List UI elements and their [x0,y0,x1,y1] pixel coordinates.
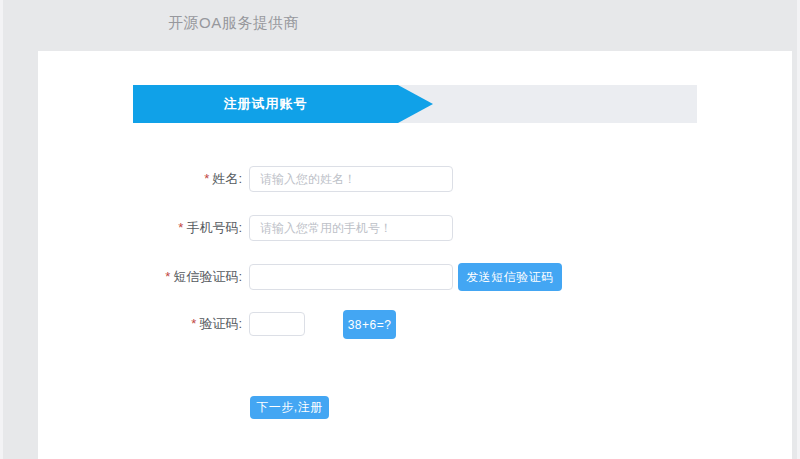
sms-code-label-text: 短信验证码: [173,269,242,284]
required-marker: * [165,269,170,284]
name-label-text: 姓名: [212,171,242,186]
sms-code-label: *短信验证码: [38,264,242,290]
ribbon-arrow-icon [398,85,433,123]
required-marker: * [178,220,183,235]
required-marker: * [204,171,209,186]
submit-button[interactable]: 下一步,注册 [250,396,329,419]
section-title-ribbon: 注册试用账号 [133,85,398,123]
send-sms-button[interactable]: 发送短信验证码 [458,263,562,291]
phone-label: *手机号码: [38,215,242,241]
left-page-edge [0,0,3,459]
captcha-input[interactable] [249,312,305,336]
required-marker: * [191,316,196,331]
captcha-label-text: 验证码: [199,316,242,331]
registration-page: { "page": { "brand": "开源OA服务提供商" }, "ban… [0,0,800,459]
captcha-question-button[interactable]: 38+6=? [343,310,396,339]
section-title: 注册试用账号 [224,96,308,111]
name-input[interactable] [249,166,453,192]
brand-title: 开源OA服务提供商 [168,14,299,33]
content-panel: 注册试用账号 *姓名: *手机号码: *短信验证码: 发送短信验证码 *验证码:… [38,51,792,459]
phone-label-text: 手机号码: [186,220,242,235]
captcha-label: *验证码: [38,312,242,336]
phone-input[interactable] [249,215,453,241]
name-label: *姓名: [38,166,242,192]
sms-code-input[interactable] [249,264,453,290]
